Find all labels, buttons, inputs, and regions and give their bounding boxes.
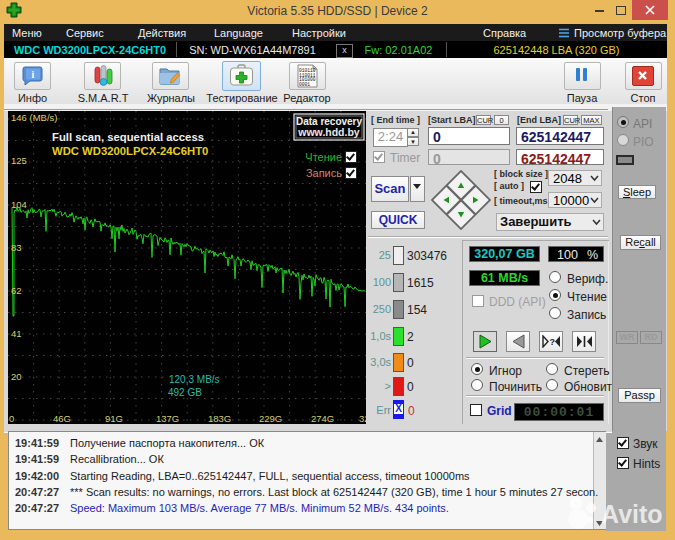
- svg-text:0: 0: [9, 413, 14, 424]
- svg-text:62: 62: [11, 285, 22, 296]
- svg-text:137G: 137G: [156, 413, 179, 424]
- svg-text:229G: 229G: [259, 413, 282, 424]
- svg-text:20: 20: [11, 371, 22, 382]
- svg-text:32: 32: [359, 413, 366, 424]
- svg-text:83: 83: [11, 242, 22, 253]
- svg-text:146 (MB/s): 146 (MB/s): [11, 112, 57, 123]
- svg-text:91G: 91G: [105, 413, 123, 424]
- svg-text:Avito: Avito: [601, 500, 663, 528]
- svg-text:120,3 MB/s: 120,3 MB/s: [169, 374, 220, 385]
- svg-text:Запись: Запись: [306, 167, 342, 179]
- svg-text:Full scan, sequential access: Full scan, sequential access: [52, 131, 204, 143]
- svg-text:183G: 183G: [208, 413, 231, 424]
- svg-text:Чтение: Чтение: [305, 151, 342, 163]
- svg-text:104: 104: [11, 199, 27, 210]
- svg-text:274G: 274G: [311, 413, 334, 424]
- svg-text:www.hdd.by: www.hdd.by: [297, 126, 360, 138]
- svg-text:46G: 46G: [53, 413, 71, 424]
- svg-text:?: ?: [550, 337, 556, 347]
- svg-text:i: i: [32, 69, 35, 80]
- svg-text:0001: 0001: [299, 82, 310, 87]
- svg-text:492 GB: 492 GB: [168, 387, 202, 398]
- svg-text:125: 125: [11, 155, 27, 166]
- svg-text:41: 41: [11, 328, 22, 339]
- svg-text:WDC WD3200LPCX-24C6HT0: WDC WD3200LPCX-24C6HT0: [52, 145, 208, 157]
